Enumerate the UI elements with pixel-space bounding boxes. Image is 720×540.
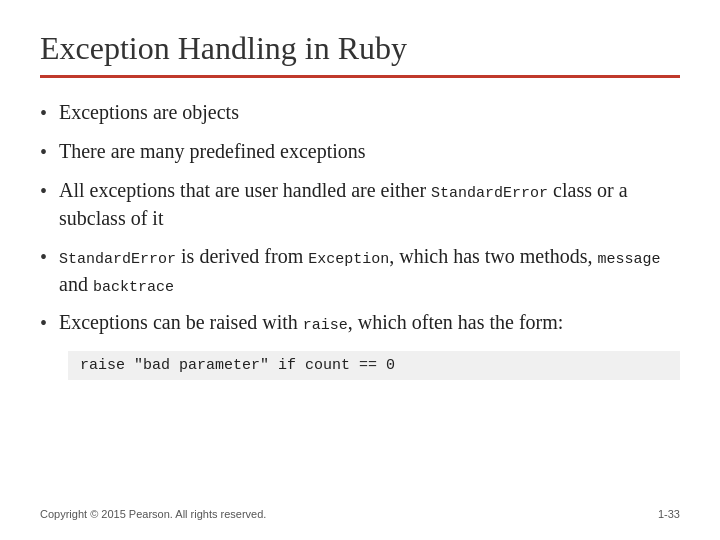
bullet-item-2: • There are many predefined exceptions: [40, 137, 680, 166]
title-underline: [40, 75, 680, 78]
bullet-text-1: Exceptions are objects: [59, 98, 680, 126]
slide-footer: Copyright © 2015 Pearson. All rights res…: [40, 508, 680, 520]
bullet-text-2: There are many predefined exceptions: [59, 137, 680, 165]
code-block: raise "bad parameter" if count == 0: [68, 351, 680, 380]
bullet-dot-1: •: [40, 99, 47, 127]
bullet-text-3: All exceptions that are user handled are…: [59, 176, 680, 232]
bullet-dot-5: •: [40, 309, 47, 337]
bullet-item-1: • Exceptions are objects: [40, 98, 680, 127]
slide: Exception Handling in Ruby • Exceptions …: [0, 0, 720, 540]
footer-copyright: Copyright © 2015 Pearson. All rights res…: [40, 508, 266, 520]
bullet-item-3: • All exceptions that are user handled a…: [40, 176, 680, 232]
bullet-dot-4: •: [40, 243, 47, 271]
slide-content: • Exceptions are objects • There are man…: [40, 98, 680, 504]
bullet-text-5: Exceptions can be raised with raise, whi…: [59, 308, 680, 336]
bullet-item-4: • StandardError is derived from Exceptio…: [40, 242, 680, 298]
bullet-item-5: • Exceptions can be raised with raise, w…: [40, 308, 680, 337]
bullet-dot-3: •: [40, 177, 47, 205]
bullet-dot-2: •: [40, 138, 47, 166]
slide-title: Exception Handling in Ruby: [40, 30, 680, 67]
bullet-text-4: StandardError is derived from Exception,…: [59, 242, 680, 298]
footer-slide-number: 1-33: [658, 508, 680, 520]
